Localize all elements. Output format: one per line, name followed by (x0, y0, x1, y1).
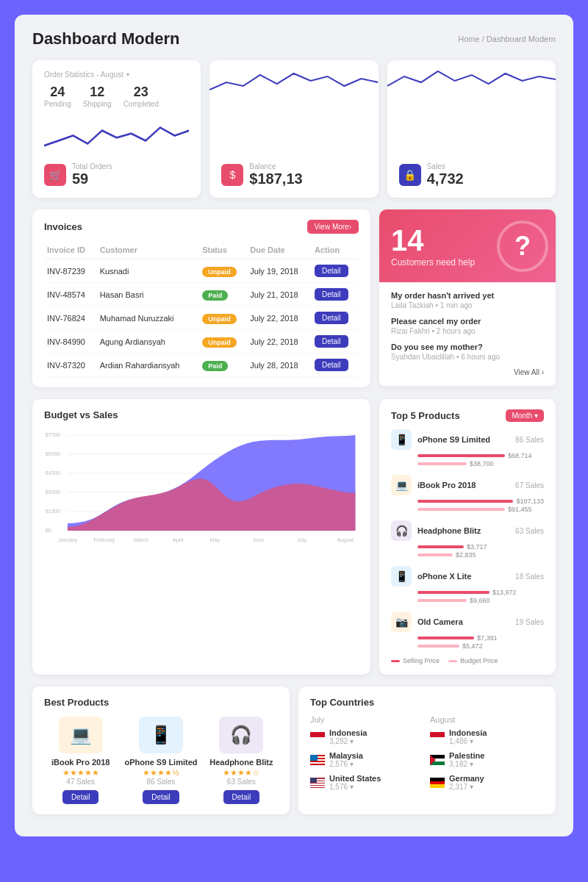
country-item: Indonesia 3,282 ▾ (310, 728, 424, 745)
indonesia-flag (310, 732, 325, 742)
product-name: oPhone S9 Limited (417, 435, 509, 444)
table-row: INV-76824 Muhamad Nuruzzaki Unpaid July … (44, 306, 359, 330)
detail-button[interactable]: Detail (315, 335, 348, 348)
view-all-link[interactable]: View All › (391, 368, 544, 376)
order-statistics-card: Order Statistics - August ▾ 24 Pending 1… (32, 60, 201, 198)
best-product-icon: 💻 (59, 717, 103, 753)
budget-price-dot (448, 660, 457, 662)
best-products-card: Best Products 💻 iBook Pro 2018 ★★★★★ 47 … (32, 686, 290, 814)
product-item: 🎧 Headphone Blitz 63 Sales $3,717 $2,835 (391, 520, 544, 559)
detail-button[interactable]: Detail (315, 312, 348, 324)
invoice-action[interactable]: Detail (312, 354, 359, 377)
help-card: 14 Customers need help ? My order hasn't… (379, 209, 556, 387)
help-msg-sub: Rizai Fakhri • 2 hours ago (391, 327, 544, 335)
help-message: Please cancel my order Rizai Fakhri • 2 … (391, 317, 544, 335)
dropdown-icon[interactable]: ▾ (126, 71, 129, 78)
detail-button[interactable]: Detail (315, 265, 348, 277)
orders-icon: 🛒 (44, 164, 66, 186)
invoice-action[interactable]: Detail (312, 330, 359, 354)
shipping-stat: 12 Shipping (83, 85, 112, 108)
product-sales: 86 Sales (515, 436, 544, 444)
view-more-button[interactable]: View More› (307, 220, 359, 234)
country-name: Germany (449, 774, 484, 783)
germany-flag (430, 778, 445, 788)
svg-text:$3000: $3000 (46, 489, 60, 495)
balance-bottom: $ Balance $187,13 (221, 118, 366, 187)
svg-rect-20 (310, 732, 325, 737)
table-row: INV-87320 Ardian Rahardiansyah Paid July… (44, 354, 359, 377)
invoice-customer: Ardian Rahardiansyah (97, 354, 200, 377)
product-sales: 67 Sales (515, 481, 544, 490)
total-orders-info: Total Orders 59 (72, 162, 112, 187)
svg-rect-37 (430, 737, 445, 742)
best-products-items: 💻 iBook Pro 2018 ★★★★★ 47 Sales Detail 📱… (44, 717, 278, 804)
help-num: 14 (391, 224, 475, 257)
breadcrumb: Home / Dashboard Modern (458, 35, 556, 43)
help-message: Do you see my mother? Syahdan Ubaidillah… (391, 343, 544, 361)
help-msg-title: My order hasn't arrived yet (391, 291, 544, 300)
svg-text:$7500: $7500 (46, 431, 60, 438)
countries-title: Top Countries (310, 697, 544, 708)
last-row: Best Products 💻 iBook Pro 2018 ★★★★★ 47 … (32, 686, 556, 814)
svg-text:$4500: $4500 (46, 470, 60, 476)
top-products-card: Top 5 Products Month ▾ 📱 oPhone S9 Limit… (379, 399, 556, 675)
svg-text:May: May (209, 537, 220, 543)
country-val: 3,282 ▾ (329, 737, 367, 745)
products-title: Top 5 Products (391, 410, 460, 421)
svg-rect-29 (310, 755, 318, 761)
country-item: Palestine 3,182 ▾ (430, 751, 544, 768)
budget-val: $9,660 (470, 597, 490, 604)
invoice-action[interactable]: Detail (312, 259, 359, 283)
country-item: United States 1,576 ▾ (310, 774, 424, 791)
pending-stat: 24 Pending (44, 85, 71, 108)
malaysia-flag (310, 755, 325, 765)
help-msg-title: Do you see my mother? (391, 343, 544, 351)
july-column: July Indonesia 3,282 ▾ Malaysia 2,576 ▾ … (310, 715, 424, 797)
best-product-detail-button[interactable]: Detail (223, 790, 260, 804)
svg-rect-27 (310, 762, 325, 764)
svg-rect-28 (310, 764, 325, 765)
selling-bar (417, 454, 505, 457)
month-button[interactable]: Month ▾ (506, 409, 544, 422)
invoice-action[interactable]: Detail (312, 306, 359, 330)
selling-bar (417, 545, 464, 548)
svg-text:February: February (93, 537, 115, 543)
best-product-stars: ★★★★☆ (205, 768, 278, 778)
august-column: August Indonesia 1,486 ▾ Palestine 3,182… (430, 715, 544, 797)
page-title: Dashboard Modern (32, 29, 179, 49)
country-name: Malaysia (329, 751, 363, 760)
country-val: 3,182 ▾ (449, 760, 484, 768)
product-sales: 18 Sales (515, 573, 544, 581)
help-message: My order hasn't arrived yet Laila Tazkia… (391, 291, 544, 309)
invoice-due: July 28, 2018 (247, 354, 312, 377)
svg-rect-36 (430, 732, 445, 737)
product-name: Headphone Blitz (417, 526, 509, 535)
invoice-action[interactable]: Detail (312, 283, 359, 306)
best-product-name: iBook Pro 2018 (44, 758, 117, 767)
svg-text:$6000: $6000 (46, 451, 60, 457)
legend-row: Selling Price Budget Price (391, 657, 544, 664)
table-row: INV-48574 Hasan Basri Paid July 21, 2018… (44, 283, 359, 306)
dashboard-header: Dashboard Modern Home / Dashboard Modern (32, 29, 556, 49)
best-product-detail-button[interactable]: Detail (62, 790, 99, 804)
selling-val: $13,972 (492, 589, 517, 596)
product-icon: 🎧 (391, 520, 412, 541)
best-products-title: Best Products (44, 697, 278, 708)
selling-bar (417, 637, 474, 639)
budget-card: Budget vs Sales $7500 $6000 $4500 $3000 … (32, 399, 370, 675)
order-stats-label: Order Statistics - August ▾ (44, 71, 189, 79)
detail-button[interactable]: Detail (315, 288, 348, 301)
top-countries-card: Top Countries July Indonesia 3,282 ▾ Mal… (298, 686, 556, 814)
country-item: Indonesia 1,486 ▾ (430, 728, 544, 745)
detail-button[interactable]: Detail (315, 359, 348, 371)
budget-bar (417, 553, 453, 556)
svg-text:July: July (297, 537, 306, 543)
country-name: United States (329, 774, 381, 783)
best-product-icon: 📱 (139, 717, 183, 753)
svg-rect-34 (310, 786, 325, 787)
best-product-detail-button[interactable]: Detail (143, 790, 179, 804)
sales-card: 🔒 Sales 4,732 (387, 60, 556, 198)
budget-val: $91,455 (508, 506, 532, 513)
country-val: 2,317 ▾ (449, 783, 484, 791)
svg-text:March: March (134, 537, 148, 543)
